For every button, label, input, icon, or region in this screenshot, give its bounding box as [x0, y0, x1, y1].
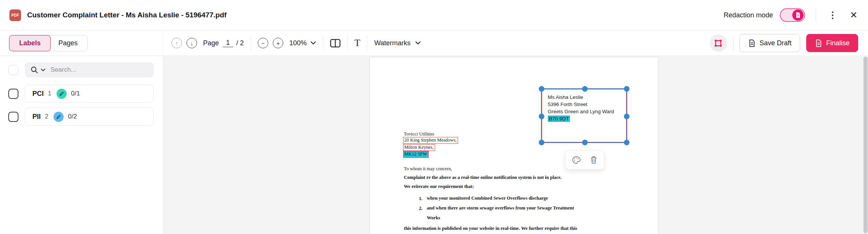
toolbar-divider	[347, 35, 348, 51]
resize-handle-n[interactable]	[582, 86, 588, 92]
list-number: 1.	[419, 196, 422, 202]
resize-handle-sw[interactable]	[539, 140, 544, 145]
more-options-icon[interactable]: ⋮	[827, 11, 839, 20]
pci-checkbox[interactable]	[8, 89, 18, 99]
recipient-line: Greets Green and Lyng Ward	[548, 108, 614, 115]
tab-labels[interactable]: Labels	[9, 35, 51, 51]
sender-name: Tovicci Utilities	[404, 131, 434, 137]
recipient-line: 5396 Forth Street	[548, 101, 614, 108]
save-draft-label: Save Draft	[760, 39, 792, 47]
toolbar-divider	[733, 37, 734, 49]
pci-label-card[interactable]: PCI 1 0/1	[25, 85, 154, 103]
watermarks-label: Watermarks	[374, 39, 410, 47]
highlighted-sender-postcode[interactable]: MK12 5FW	[403, 151, 429, 158]
select-all-checkbox[interactable]	[8, 65, 18, 75]
finalise-label: Finalise	[826, 39, 850, 47]
watermarks-dropdown[interactable]: Watermarks	[374, 39, 420, 47]
redacted-sender-line[interactable]: 20 King Stephen Meadows,	[403, 137, 458, 144]
toolbar-divider	[367, 35, 367, 51]
toggle-knob[interactable]	[792, 9, 804, 21]
redaction-mode-toggle[interactable]	[780, 8, 805, 22]
label-row-pii: PII 2 0/2	[8, 108, 154, 126]
list-number: 2.	[419, 206, 422, 211]
zoom-out-icon[interactable]: −	[258, 38, 268, 48]
label-progress: 0/1	[71, 90, 80, 97]
recipient-address: Ms Aisha Leslie 5396 Forth Street Greets…	[548, 94, 614, 122]
closing-line: this information is published on your we…	[404, 226, 577, 231]
pii-label-card[interactable]: PII 2 0/2	[25, 108, 154, 126]
redaction-area-tool-button[interactable]	[710, 34, 727, 52]
selected-redaction-box[interactable]: Ms Aisha Leslie 5396 Forth Street Greets…	[541, 88, 627, 143]
header-divider	[816, 8, 816, 22]
toolbar-actions: Save Draft Finalise	[710, 31, 868, 55]
search-icon	[31, 66, 38, 74]
redaction-popup	[565, 151, 604, 169]
toolbar-divider	[251, 35, 251, 51]
toolbar: Labels Pages ↑ ↓ Page / 2 − + 100%	[0, 31, 868, 56]
salutation: To whom it may concern,	[404, 166, 452, 172]
next-page-icon[interactable]: ↓	[186, 38, 197, 48]
viewer-scrollbar[interactable]	[863, 57, 868, 233]
two-page-view-icon[interactable]	[330, 39, 341, 48]
label-row-pci: PCI 1 0/1	[8, 85, 154, 103]
document-viewer[interactable]: Ms Aisha Leslie 5396 Forth Street Greets…	[163, 56, 868, 234]
resize-handle-e[interactable]	[624, 114, 630, 119]
zoom-in-icon[interactable]: +	[273, 38, 283, 48]
search-box[interactable]	[25, 62, 154, 77]
pdf-file-icon: PDF	[9, 9, 21, 21]
document-icon	[748, 39, 755, 47]
subject-line: Complaint re the above as a real-time on…	[404, 175, 562, 180]
list-item: and when there are storm sewage overflow…	[427, 203, 585, 223]
delete-icon[interactable]	[590, 156, 598, 164]
sidebar-tabs: Labels Pages	[0, 31, 163, 55]
resize-handle-w[interactable]	[539, 114, 544, 119]
toolbar-divider	[323, 35, 323, 51]
labels-sidebar: PCI 1 0/1 PII 2 0/2	[0, 56, 163, 234]
save-draft-button[interactable]: Save Draft	[740, 34, 800, 52]
label-count: 2	[45, 113, 48, 120]
redaction-app: PDF Customer Complaint Letter - Ms Aisha…	[0, 0, 868, 234]
zoom-dropdown[interactable]	[310, 41, 316, 45]
page-total: / 2	[236, 39, 244, 47]
highlighter-icon	[57, 89, 67, 99]
label-name: PII	[32, 113, 41, 121]
highlighted-postcode: B70 9DT	[548, 115, 570, 122]
label-progress: 0/2	[68, 113, 77, 120]
redaction-mode-label: Redaction mode	[724, 11, 773, 19]
document-icon	[815, 39, 822, 47]
pdf-page[interactable]: Ms Aisha Leslie 5396 Forth Street Greets…	[370, 57, 658, 234]
text-tool-icon[interactable]: T	[355, 38, 360, 48]
resize-handle-nw[interactable]	[539, 86, 544, 92]
file-title: Customer Complaint Letter - Ms Aisha Les…	[27, 11, 226, 19]
search-input[interactable]	[50, 66, 148, 74]
previous-page-icon[interactable]: ↑	[171, 38, 182, 48]
resize-handle-s[interactable]	[582, 140, 588, 145]
marquee-redact-icon	[714, 39, 723, 48]
chevron-down-icon	[310, 41, 316, 45]
highlighter-icon	[53, 112, 64, 122]
redacted-sender-line[interactable]: Milton Keynes,	[403, 144, 435, 151]
resize-handle-ne[interactable]	[624, 86, 630, 92]
requirement-intro: We reiterate our requirement that:	[404, 184, 474, 189]
finalise-button[interactable]: Finalise	[806, 34, 858, 52]
search-row	[8, 62, 154, 77]
recipient-line: Ms Aisha Leslie	[548, 94, 614, 101]
palette-icon[interactable]	[572, 156, 581, 164]
zoom-level: 100%	[289, 39, 307, 47]
list-item: when your monitored Combined Sewer Overf…	[427, 193, 589, 203]
close-icon[interactable]: ✕	[850, 11, 857, 20]
label-count: 1	[48, 90, 51, 97]
page-number-input[interactable]	[223, 39, 233, 47]
page-controls: ↑ ↓ Page / 2 − + 100% T Watermarks	[163, 31, 710, 55]
tab-pages[interactable]: Pages	[49, 35, 88, 51]
label-name: PCI	[32, 90, 44, 98]
chevron-down-icon	[415, 41, 421, 45]
main: PCI 1 0/1 PII 2 0/2	[0, 56, 868, 234]
search-options-chevron-icon[interactable]	[41, 68, 46, 72]
resize-handle-se[interactable]	[624, 140, 630, 145]
segmented-control: Labels Pages	[9, 35, 88, 51]
page-label: Page	[203, 39, 219, 47]
document-icon	[795, 12, 801, 18]
header: PDF Customer Complaint Letter - Ms Aisha…	[0, 0, 868, 31]
pii-checkbox[interactable]	[8, 112, 18, 122]
